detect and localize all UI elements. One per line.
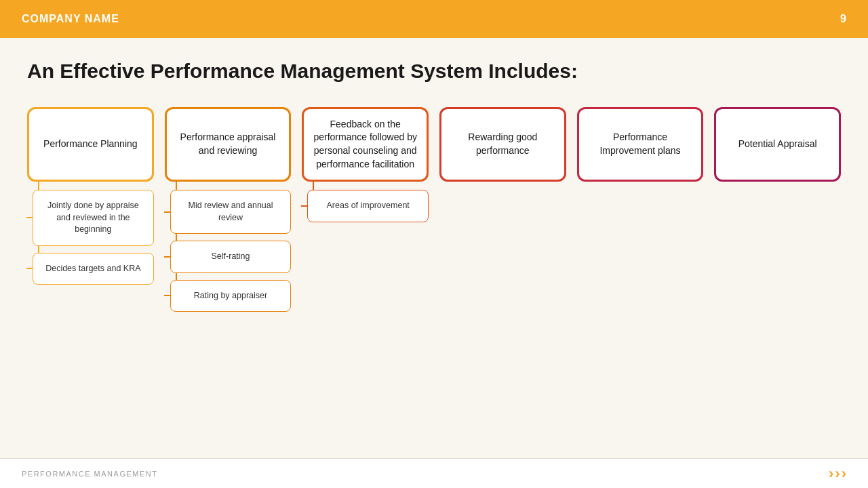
chevron-icon-3: ›	[842, 466, 846, 481]
sub-cards-2: Mid review and annual review Self-rating…	[165, 182, 292, 312]
page-title: An Effective Performance Management Syst…	[27, 60, 841, 83]
chevron-icon-2: ›	[835, 466, 840, 481]
columns-container: Performance Planning Jointly done by app…	[27, 107, 841, 312]
sub-cards-1: Jointly done by appraise and reviewed in…	[27, 182, 154, 285]
sub-card-2-3: Rating by appraiser	[170, 280, 292, 312]
main-content: An Effective Performance Management Syst…	[0, 38, 868, 325]
footer-text: PERFORMANCE MANAGEMENT	[22, 470, 157, 478]
chevron-icon-1: ›	[829, 466, 833, 481]
footer-arrows: › › ›	[829, 466, 846, 481]
company-name: COMPANY NAME	[22, 13, 119, 25]
top-card-1: Performance Planning	[27, 107, 154, 182]
sub-card-1-1: Jointly done by appraise and reviewed in…	[33, 190, 154, 246]
sub-card-3-1: Areas of improvement	[307, 190, 429, 222]
column-2: Performance appraisal and reviewing Mid …	[165, 107, 292, 312]
sub-card-2-1: Mid review and annual review	[170, 190, 292, 234]
column-3: Feedback on the performance followed by …	[302, 107, 429, 222]
top-card-6: Potential Appraisal	[714, 107, 841, 182]
column-5: Performance Improvement plans	[577, 107, 704, 182]
column-6: Potential Appraisal	[714, 107, 841, 182]
top-card-2: Performance appraisal and reviewing	[165, 107, 292, 182]
sub-card-2-2: Self-rating	[170, 241, 292, 273]
sub-cards-3: Areas of improvement	[302, 182, 429, 222]
sub-card-1-2: Decides targets and KRA	[33, 253, 154, 285]
top-card-5: Performance Improvement plans	[577, 107, 704, 182]
page-number: 9	[840, 13, 846, 25]
top-card-4: Rewarding good performance	[439, 107, 566, 182]
top-card-3: Feedback on the performance followed by …	[302, 107, 429, 182]
footer: PERFORMANCE MANAGEMENT › › ›	[0, 458, 868, 488]
column-1: Performance Planning Jointly done by app…	[27, 107, 154, 285]
column-4: Rewarding good performance	[439, 107, 566, 182]
header: COMPANY NAME 9	[0, 0, 868, 38]
